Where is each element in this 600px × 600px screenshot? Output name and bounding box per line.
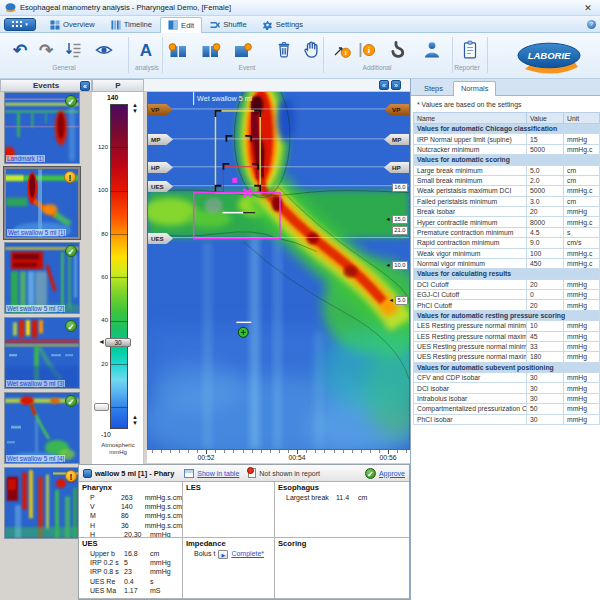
- tab-overview[interactable]: Overview: [42, 16, 103, 32]
- anatomy-button[interactable]: [386, 37, 410, 63]
- tab-shuffle[interactable]: Shuffle: [202, 16, 255, 32]
- tab-steps[interactable]: Steps: [416, 81, 451, 95]
- info-button[interactable]: i: [354, 37, 378, 63]
- zero-slider[interactable]: [94, 403, 109, 411]
- app-menu-button[interactable]: ▾: [4, 18, 36, 31]
- pressure-topography-plot[interactable]: Wet swallow 5 ml VPMPHPUESUESVPMPHP16.0◄…: [147, 92, 410, 450]
- event-thumbnail[interactable]: ✓Landmark [1]: [4, 92, 80, 164]
- event-thumbnail[interactable]: !: [4, 467, 80, 539]
- play-icon[interactable]: [218, 550, 228, 559]
- event-type-icon[interactable]: [83, 469, 92, 478]
- add-event-start-button[interactable]: [166, 37, 190, 63]
- event-thumbnail[interactable]: !Wet swallow 5 ml [1]: [4, 167, 80, 239]
- time-tick-minor: [224, 450, 225, 453]
- group-label-analysis: analysis: [120, 64, 174, 71]
- scale-unit-label: AtmosphericmmHg: [92, 442, 144, 456]
- undo-button[interactable]: ↶: [8, 37, 32, 63]
- scale-min-stepper[interactable]: [130, 414, 140, 426]
- slider-value: 30: [105, 338, 131, 347]
- analysis-button[interactable]: A: [134, 37, 158, 63]
- normals-row: Break isobar20mmHg: [414, 207, 600, 217]
- tab-settings[interactable]: Settings: [255, 16, 311, 32]
- undo-icon: ↶: [13, 42, 27, 59]
- approve-icon[interactable]: [365, 468, 376, 479]
- help-icon[interactable]: [587, 20, 596, 29]
- time-tick-minor: [243, 450, 244, 453]
- time-tick-minor: [152, 450, 153, 453]
- complete-link[interactable]: Complete*: [231, 549, 264, 559]
- isobar-value-tag[interactable]: 16.0: [392, 183, 408, 192]
- timeline-icon: [111, 20, 121, 30]
- pan-button[interactable]: [299, 37, 323, 63]
- column-value[interactable]: Value: [527, 113, 564, 124]
- scroll-left-icon[interactable]: [379, 80, 389, 90]
- isobar-slider[interactable]: ◄30: [98, 337, 131, 347]
- normals-row: EGJ-CI Cutoff0mmHg: [414, 290, 600, 300]
- normals-header-row: Name Value Unit: [414, 113, 600, 124]
- normals-row: PhCI Cutoff20mmHg: [414, 300, 600, 310]
- redo-button[interactable]: ↷: [34, 37, 58, 63]
- tab-edit[interactable]: Edit: [160, 17, 202, 33]
- time-label: 00:56: [373, 454, 403, 461]
- scale-max-stepper[interactable]: [130, 102, 140, 114]
- scale-tick-label: 100: [92, 187, 108, 193]
- normals-row: Large break minimum5.0cm: [414, 165, 600, 175]
- add-event-button[interactable]: [230, 37, 254, 63]
- app-logo-icon: [5, 2, 16, 13]
- approved-icon[interactable]: ✓: [65, 395, 77, 407]
- isobar-value-tag[interactable]: ◄10.0: [385, 261, 408, 270]
- trash-icon: [274, 40, 294, 60]
- approve-link[interactable]: Approve: [379, 470, 405, 477]
- isobar-value-tag[interactable]: ◄5.0: [388, 296, 408, 305]
- isobar-value-tag[interactable]: 21.0: [392, 226, 408, 235]
- event-thumbnail[interactable]: ✓Wet swallow 5 ml [3]: [4, 317, 80, 389]
- scale-tick: [111, 147, 128, 148]
- scale-max-label: 140: [107, 94, 118, 101]
- event-label: Wet swallow 5 ml: [197, 94, 252, 103]
- time-tick-minor: [233, 450, 234, 453]
- section-ues: UES Upper b16.8cmIRP 0.2 s5mmHgIRP 0.8 s…: [79, 538, 183, 599]
- scale-tick: [111, 407, 128, 408]
- close-icon[interactable]: ✕: [581, 3, 595, 13]
- approved-icon[interactable]: ✓: [65, 95, 77, 107]
- tab-normals[interactable]: Normals: [453, 81, 497, 96]
- detail-title: wallow 5 ml [1] - Phary: [95, 469, 174, 478]
- time-tick-minor: [179, 450, 180, 453]
- normals-row: Intrabolus isobar30mmHg: [414, 393, 600, 403]
- column-unit[interactable]: Unit: [564, 113, 600, 124]
- add-event-end-button[interactable]: [198, 37, 222, 63]
- warning-icon[interactable]: !: [64, 171, 76, 183]
- normals-row: DCI isobar30mmHg: [414, 383, 600, 393]
- warning-icon[interactable]: !: [65, 470, 77, 482]
- time-tick-minor: [343, 450, 344, 453]
- plot-top-strip: [144, 79, 410, 92]
- delete-event-button[interactable]: [272, 37, 296, 63]
- normals-row: UES Resting pressure normal maximum180mm…: [414, 352, 600, 362]
- event-thumbnail[interactable]: ✓Wet swallow 5 ml [4]: [4, 392, 80, 464]
- view-button[interactable]: [92, 37, 116, 63]
- analysis-steps-button[interactable]: [62, 37, 86, 63]
- pressure-topography-heatmap[interactable]: [148, 92, 409, 449]
- collapse-events-icon[interactable]: [80, 81, 90, 91]
- approved-icon[interactable]: ✓: [65, 320, 77, 332]
- normals-section-row: Values for automatic scoring: [414, 155, 600, 165]
- measurement-row: H20.30mmHg: [82, 530, 182, 538]
- time-tick-minor: [261, 450, 262, 453]
- show-in-table-link[interactable]: Show in table: [197, 470, 239, 477]
- scale-tick-label: 40: [92, 317, 108, 323]
- pressure-scale: 140 120100806040200 ◄30 -10 Atmosphericm…: [92, 92, 144, 464]
- event-thumbnail[interactable]: ✓Wet swallow 5 ml [2]: [4, 242, 80, 314]
- tab-label: Shuffle: [223, 20, 247, 29]
- tab-label: Edit: [181, 21, 194, 30]
- patient-button[interactable]: [420, 37, 444, 63]
- normals-row: LES Resting pressure normal maximum45mmH…: [414, 331, 600, 341]
- normals-row: Normal vigor minimum450mmHg.c: [414, 258, 600, 268]
- tab-timeline[interactable]: Timeline: [103, 16, 160, 32]
- reporter-button[interactable]: [458, 37, 482, 63]
- approved-icon[interactable]: ✓: [65, 245, 77, 257]
- add-annotation-button[interactable]: i: [330, 37, 354, 63]
- scroll-right-icon[interactable]: [391, 80, 401, 90]
- time-tick-minor: [161, 450, 162, 453]
- column-name[interactable]: Name: [414, 113, 527, 124]
- isobar-value-tag[interactable]: ◄15.0: [385, 215, 408, 224]
